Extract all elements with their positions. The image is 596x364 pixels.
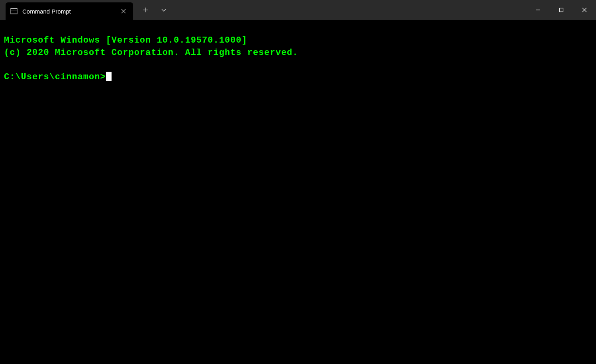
window-close-button[interactable]: [573, 0, 596, 20]
tab-dropdown-button[interactable]: [155, 0, 173, 20]
new-tab-button[interactable]: [136, 0, 155, 20]
chevron-down-icon: [161, 7, 167, 13]
tab-close-button[interactable]: [118, 6, 129, 17]
terminal-line-version: Microsoft Windows [Version 10.0.19570.10…: [4, 35, 247, 45]
tab-strip: Command Prompt: [0, 0, 133, 20]
maximize-icon: [559, 8, 564, 12]
terminal-output[interactable]: Microsoft Windows [Version 10.0.19570.10…: [0, 20, 596, 364]
plus-icon: [143, 7, 148, 13]
terminal-line-copyright: (c) 2020 Microsoft Corporation. All righ…: [4, 48, 298, 58]
titlebar: Command Prompt: [0, 0, 596, 20]
tab-title: Command Prompt: [22, 8, 113, 15]
titlebar-drag-region[interactable]: [173, 0, 527, 20]
maximize-button[interactable]: [550, 0, 573, 20]
close-icon: [121, 9, 126, 14]
command-prompt-icon: [10, 8, 18, 14]
window-controls: [527, 0, 596, 20]
tab-actions: [133, 0, 173, 20]
close-icon: [582, 8, 587, 12]
minimize-icon: [536, 8, 541, 12]
terminal-prompt: C:\Users\cinnamon>: [4, 72, 106, 82]
minimize-button[interactable]: [527, 0, 550, 20]
tab-command-prompt[interactable]: Command Prompt: [6, 2, 133, 20]
terminal-cursor: [106, 72, 112, 81]
svg-rect-0: [560, 8, 563, 12]
